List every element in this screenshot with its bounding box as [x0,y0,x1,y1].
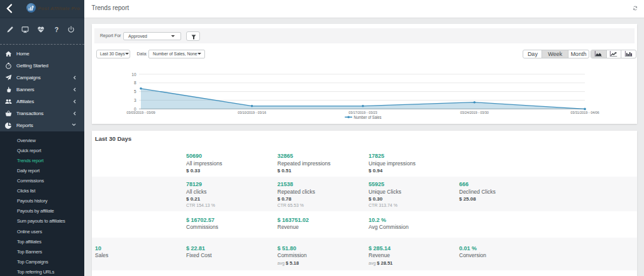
svg-text:03/10/2019 - 03/16: 03/10/2019 - 03/16 [238,111,267,114]
svg-text:10: 10 [131,72,136,77]
svg-text:3: 3 [134,98,136,102]
svg-text:5: 5 [134,89,136,94]
svg-text:8: 8 [134,80,136,85]
svg-text:03/24/2019 - 03/30: 03/24/2019 - 03/30 [460,111,489,114]
svg-text:Number of Sales: Number of Sales [354,115,382,119]
svg-text:03/17/2019 - 03/23: 03/17/2019 - 03/23 [348,111,377,114]
svg-text:03/03/2019 - 03/09: 03/03/2019 - 03/09 [126,111,155,114]
svg-text:03/31/2019 - 04/06: 03/31/2019 - 04/06 [570,111,599,114]
svg-text:?: ? [55,26,58,33]
